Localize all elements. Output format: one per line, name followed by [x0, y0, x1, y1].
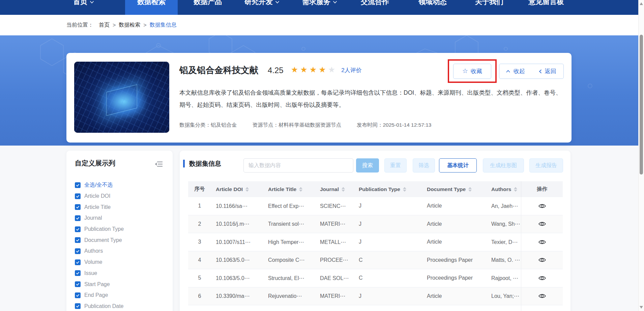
- cell-authors: Rajpoot, ⋯: [487, 269, 521, 287]
- view-eye-icon[interactable]: [538, 221, 546, 227]
- sort-carets-icon[interactable]: [342, 187, 345, 192]
- cell-actions: [521, 197, 563, 215]
- dataset-meta-item: 数据集分类：铝及铝合金: [179, 122, 237, 129]
- scrollbar[interactable]: [638, 0, 644, 311]
- nav-item-1[interactable]: 首页: [61, 0, 106, 15]
- sort-carets-icon[interactable]: [514, 187, 517, 192]
- table-header-2[interactable]: Article DOI: [211, 181, 263, 197]
- checkbox-checked-icon[interactable]: [75, 237, 81, 243]
- table-header-3[interactable]: Article Title: [263, 181, 315, 197]
- star-icon[interactable]: ★: [291, 65, 300, 74]
- view-eye-icon[interactable]: [538, 293, 546, 299]
- star-icon[interactable]: ★: [300, 65, 310, 74]
- checkbox-checked-icon[interactable]: [75, 259, 81, 265]
- column-toggle-row[interactable]: Document Type: [75, 235, 170, 246]
- column-toggle-row[interactable]: Authors: [75, 246, 170, 257]
- star-icon[interactable]: ★: [328, 65, 338, 74]
- back-button[interactable]: 返回: [531, 64, 563, 79]
- column-toggle-row[interactable]: Article DOI: [75, 191, 170, 202]
- nav-item-9[interactable]: 意见留言板: [517, 0, 576, 15]
- sort-carets-icon[interactable]: [245, 187, 249, 192]
- column-toggle-row[interactable]: Start Page: [75, 279, 170, 290]
- view-eye-icon[interactable]: [538, 203, 546, 209]
- checkbox-checked-icon[interactable]: [75, 226, 81, 232]
- scrollbar-thumb[interactable]: [640, 35, 643, 175]
- cell-title: High Temper⋯: [263, 233, 315, 251]
- column-toggle-row[interactable]: Issue: [75, 268, 170, 279]
- cell-title: Composite C⋯: [263, 251, 315, 269]
- panel-accent-bar: [183, 160, 185, 167]
- sort-carets-icon[interactable]: [468, 187, 472, 192]
- dataset-title: 铝及铝合金科技文献: [179, 64, 258, 76]
- reset-button[interactable]: 重置: [384, 158, 407, 173]
- checkbox-checked-icon[interactable]: [75, 193, 81, 199]
- dataset-meta-item: 资源节点：材料科学基础数据资源节点: [253, 122, 342, 129]
- checkbox-checked-icon[interactable]: [75, 215, 81, 221]
- breadcrumb-items: 首页>数据检索>数据集信息: [99, 22, 177, 29]
- generate-report-button[interactable]: 生成报告: [529, 158, 563, 173]
- star-icon[interactable]: ★: [310, 65, 319, 74]
- star-icon[interactable]: ★: [319, 65, 328, 74]
- scroll-up-arrow-icon[interactable]: [640, 2, 643, 5]
- nav-item-3[interactable]: 数据产品: [181, 0, 234, 15]
- dataset-title-row: 铝及铝合金科技文献 4.25 ★★★★★ 2人评价: [179, 64, 362, 76]
- column-label: Start Page: [84, 281, 110, 287]
- table-header-4[interactable]: Journal: [315, 181, 354, 197]
- meta-label: 数据集分类：: [179, 122, 211, 128]
- breadcrumb-item[interactable]: 首页: [99, 22, 110, 29]
- column-label: Volume: [84, 259, 102, 265]
- table-header-5[interactable]: Publication Type: [354, 181, 422, 197]
- select-all-row[interactable]: 全选/全不选: [75, 180, 170, 191]
- view-eye-icon[interactable]: [538, 275, 546, 281]
- column-toggle-row[interactable]: Volume: [75, 257, 170, 268]
- nav-item-8[interactable]: 关于我们: [463, 0, 516, 15]
- checkbox-checked-icon[interactable]: [75, 303, 81, 309]
- breadcrumb-item[interactable]: 数据检索: [119, 22, 140, 29]
- cell-doi: 10.1063/5.0⋯: [211, 251, 263, 269]
- search-input[interactable]: [243, 158, 353, 173]
- checkbox-checked-icon[interactable]: [75, 270, 81, 276]
- checkbox-checked-icon[interactable]: [75, 248, 81, 254]
- view-eye-icon[interactable]: [538, 239, 546, 245]
- table-header-6[interactable]: Document Type: [422, 181, 487, 197]
- rating-count-link[interactable]: 2人评价: [341, 66, 361, 74]
- nav-item-6[interactable]: 交流合作: [349, 0, 401, 15]
- collapse-button[interactable]: 收起: [499, 64, 531, 79]
- checkbox-checked-icon[interactable]: [75, 292, 81, 298]
- checkbox-checked-icon[interactable]: [75, 204, 81, 210]
- nav-item-5[interactable]: 需求服务: [290, 0, 349, 15]
- basic-stats-button[interactable]: 基本统计: [439, 158, 477, 173]
- panel-fold-icon[interactable]: [154, 161, 163, 169]
- column-toggle-row[interactable]: Publication Type: [75, 224, 170, 235]
- cell-doc_type: Article: [422, 233, 487, 251]
- column-toggle-row[interactable]: Journal: [75, 213, 170, 224]
- sort-carets-icon[interactable]: [299, 187, 302, 192]
- breadcrumb-item[interactable]: 数据集信息: [150, 22, 177, 29]
- cell-pub_type: J: [354, 305, 422, 311]
- cell-pub_type: J: [354, 287, 422, 305]
- checkbox-checked-icon[interactable]: [75, 182, 81, 188]
- checkbox-checked-icon[interactable]: [75, 281, 81, 287]
- scroll-down-arrow-icon[interactable]: [640, 306, 643, 309]
- table-row: 310.1007/s11⋯High Temper⋯METALL⋯JArticle…: [188, 233, 563, 251]
- cell-authors: An, Jaeh⋯: [487, 197, 521, 215]
- column-toggle-row[interactable]: Publication Date: [75, 301, 170, 311]
- table-header-7[interactable]: Authors: [487, 181, 521, 197]
- meta-label: 发布时间：: [357, 122, 383, 128]
- top-nav: 首页数据检索数据产品研究开发需求服务交流合作领域动态关于我们意见留言板: [0, 0, 638, 15]
- filter-button[interactable]: 筛选: [413, 158, 435, 173]
- rating-value: 4.25: [268, 66, 284, 75]
- table-row: 510.1063/5.0⋯Structural, El⋯DAE SOL⋯CPro…: [188, 269, 563, 287]
- nav-item-4[interactable]: 研究开发: [232, 0, 292, 15]
- nav-item-2[interactable]: 数据检索: [125, 0, 178, 15]
- cell-title: Structural, El⋯: [263, 269, 315, 287]
- view-eye-icon[interactable]: [538, 257, 546, 263]
- search-button[interactable]: 搜索: [356, 158, 379, 173]
- cell-pub_type: J: [354, 215, 422, 233]
- sort-carets-icon[interactable]: [403, 187, 406, 192]
- generate-bar-chart-button[interactable]: 生成柱形图: [483, 158, 524, 173]
- column-toggle-row[interactable]: Article Title: [75, 201, 170, 213]
- table-row: 610.3390/ma⋯Rejuvenatio⋯MATERI⋯JArticleL…: [188, 287, 563, 306]
- nav-item-7[interactable]: 领域动态: [406, 0, 459, 15]
- column-toggle-row[interactable]: End Page: [75, 290, 170, 301]
